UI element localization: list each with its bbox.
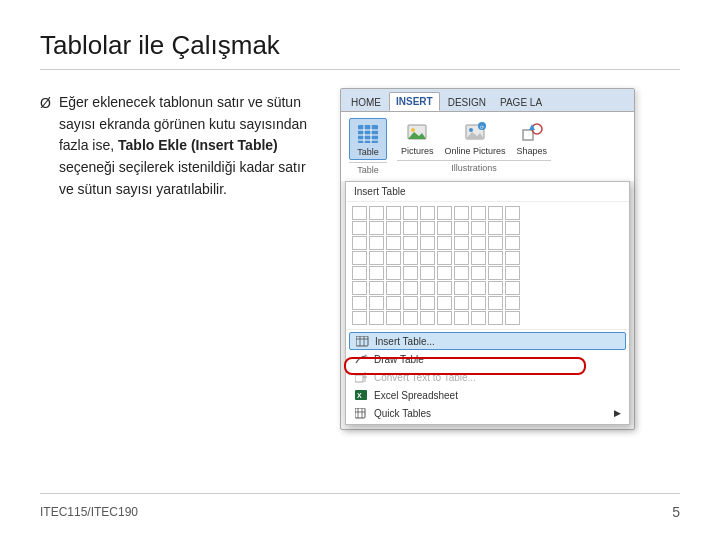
grid-cell[interactable]	[369, 221, 384, 235]
grid-cell[interactable]	[420, 281, 435, 295]
insert-table-action[interactable]: Insert Table...	[349, 332, 626, 350]
grid-cell[interactable]	[437, 251, 452, 265]
tab-insert[interactable]: INSERT	[389, 92, 440, 111]
draw-table-action[interactable]: Draw Table	[346, 350, 629, 368]
grid-cell[interactable]	[369, 251, 384, 265]
grid-cell[interactable]	[386, 221, 401, 235]
grid-cell[interactable]	[420, 311, 435, 325]
grid-cell[interactable]	[386, 266, 401, 280]
grid-cell[interactable]	[352, 251, 367, 265]
grid-cell[interactable]	[403, 296, 418, 310]
grid-cell[interactable]	[420, 251, 435, 265]
grid-cell[interactable]	[420, 221, 435, 235]
insert-table-dropdown: Insert Table	[345, 181, 630, 425]
grid-cell[interactable]	[352, 296, 367, 310]
grid-cell[interactable]	[420, 206, 435, 220]
online-pictures-button[interactable]: ⟳ Online Pictures	[441, 118, 510, 158]
tab-design[interactable]: DESIGN	[442, 94, 492, 111]
excel-spreadsheet-action[interactable]: X Excel Spreadsheet	[346, 386, 629, 404]
ribbon-tabs: HOME INSERT DESIGN PAGE LA	[341, 89, 634, 111]
grid-cell[interactable]	[352, 266, 367, 280]
grid-cell[interactable]	[454, 266, 469, 280]
grid-cell[interactable]	[352, 311, 367, 325]
grid-cell[interactable]	[403, 206, 418, 220]
grid-cell[interactable]	[403, 251, 418, 265]
grid-cell[interactable]	[505, 266, 520, 280]
grid-cell[interactable]	[437, 311, 452, 325]
grid-cell[interactable]	[352, 206, 367, 220]
footer-left: ITEC115/ITEC190	[40, 505, 138, 519]
grid-cell[interactable]	[488, 221, 503, 235]
grid-cell[interactable]	[403, 281, 418, 295]
grid-cell[interactable]	[488, 296, 503, 310]
grid-cell[interactable]	[420, 296, 435, 310]
grid-cell[interactable]	[420, 266, 435, 280]
grid-cell[interactable]	[471, 296, 486, 310]
grid-cell[interactable]	[386, 236, 401, 250]
grid-cell[interactable]	[454, 311, 469, 325]
grid-cell[interactable]	[505, 221, 520, 235]
grid-cell[interactable]	[369, 206, 384, 220]
grid-cell[interactable]	[369, 266, 384, 280]
grid-cell[interactable]	[488, 251, 503, 265]
grid-cell[interactable]	[386, 251, 401, 265]
grid-cell[interactable]	[437, 266, 452, 280]
grid-cell[interactable]	[505, 251, 520, 265]
grid-cell[interactable]	[420, 236, 435, 250]
grid-cell[interactable]	[369, 296, 384, 310]
grid-cell[interactable]	[386, 296, 401, 310]
grid-cell[interactable]	[471, 221, 486, 235]
grid-cell[interactable]	[454, 236, 469, 250]
grid-cell[interactable]	[386, 311, 401, 325]
grid-cell[interactable]	[505, 311, 520, 325]
table-button[interactable]: Table	[349, 118, 387, 160]
grid-cell[interactable]	[369, 311, 384, 325]
grid-cell[interactable]	[386, 281, 401, 295]
grid-cell[interactable]	[488, 266, 503, 280]
grid-cell[interactable]	[437, 236, 452, 250]
bullet-item: Ø Eğer eklenecek tablonun satır ve sütun…	[40, 92, 320, 200]
grid-cell[interactable]	[403, 236, 418, 250]
grid-cell[interactable]	[505, 206, 520, 220]
table-label: Table	[357, 147, 379, 157]
grid-cell[interactable]	[488, 206, 503, 220]
grid-cell[interactable]	[352, 221, 367, 235]
grid-cell[interactable]	[471, 206, 486, 220]
pictures-button[interactable]: Pictures	[397, 118, 438, 158]
grid-cell[interactable]	[454, 221, 469, 235]
grid-cell[interactable]	[352, 281, 367, 295]
grid-cell[interactable]	[471, 281, 486, 295]
shapes-button[interactable]: Shapes	[513, 118, 552, 158]
grid-cell[interactable]	[488, 236, 503, 250]
grid-cell[interactable]	[505, 281, 520, 295]
grid-cell[interactable]	[437, 296, 452, 310]
grid-cell[interactable]	[471, 236, 486, 250]
grid-cell[interactable]	[488, 311, 503, 325]
grid-cell[interactable]	[454, 296, 469, 310]
grid-cell[interactable]	[386, 206, 401, 220]
grid-cell[interactable]	[403, 221, 418, 235]
grid-cell[interactable]	[454, 281, 469, 295]
grid-cell[interactable]	[454, 251, 469, 265]
grid-cell[interactable]	[437, 221, 452, 235]
quick-tables-action[interactable]: Quick Tables ▶	[346, 404, 629, 422]
grid-cell[interactable]	[471, 251, 486, 265]
grid-cell[interactable]	[505, 296, 520, 310]
tab-page-layout[interactable]: PAGE LA	[494, 94, 548, 111]
svg-rect-27	[355, 408, 365, 418]
grid-cell[interactable]	[403, 311, 418, 325]
grid-cell[interactable]	[352, 236, 367, 250]
grid-cell[interactable]	[471, 311, 486, 325]
grid-cell[interactable]	[454, 206, 469, 220]
grid-cell[interactable]	[437, 281, 452, 295]
content-area: Ø Eğer eklenecek tablonun satır ve sütun…	[40, 88, 680, 493]
grid-cell[interactable]	[403, 266, 418, 280]
grid-cell[interactable]	[369, 281, 384, 295]
grid-cell[interactable]	[505, 236, 520, 250]
grid-cell[interactable]	[369, 236, 384, 250]
grid-cell[interactable]	[437, 206, 452, 220]
tab-home[interactable]: HOME	[345, 94, 387, 111]
dropdown-title: Insert Table	[346, 182, 629, 202]
grid-cell[interactable]	[471, 266, 486, 280]
grid-cell[interactable]	[488, 281, 503, 295]
